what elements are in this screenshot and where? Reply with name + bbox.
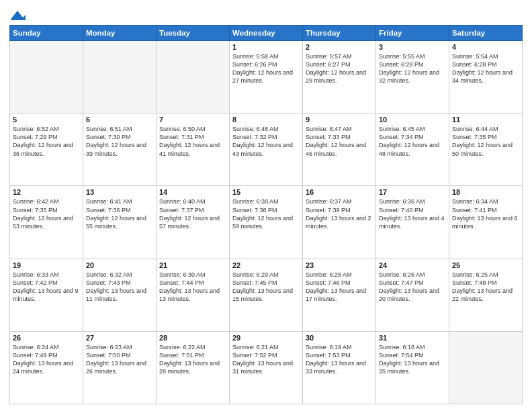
table-cell: 12Sunrise: 6:42 AM Sunset: 7:35 PM Dayli… <box>10 186 83 259</box>
table-cell: 30Sunrise: 6:19 AM Sunset: 7:53 PM Dayli… <box>303 331 376 404</box>
day-number: 8 <box>232 116 300 124</box>
day-info: Sunrise: 6:25 AM Sunset: 7:48 PM Dayligh… <box>452 271 519 304</box>
table-cell: 21Sunrise: 6:30 AM Sunset: 7:44 PM Dayli… <box>157 259 230 331</box>
col-friday: Friday <box>376 26 449 41</box>
table-cell: 14Sunrise: 6:40 AM Sunset: 7:37 PM Dayli… <box>157 186 230 259</box>
week-row-5: 26Sunrise: 6:24 AM Sunset: 7:49 PM Dayli… <box>10 331 523 404</box>
day-number: 21 <box>159 261 226 269</box>
table-cell: 24Sunrise: 6:26 AM Sunset: 7:47 PM Dayli… <box>376 259 449 331</box>
col-wednesday: Wednesday <box>230 26 303 41</box>
table-cell: 1Sunrise: 5:58 AM Sunset: 6:26 PM Daylig… <box>230 41 303 113</box>
table-cell <box>83 41 157 113</box>
day-info: Sunrise: 6:32 AM Sunset: 7:43 PM Dayligh… <box>86 271 153 304</box>
day-number: 9 <box>306 116 373 124</box>
table-cell <box>10 41 83 113</box>
day-info: Sunrise: 6:38 AM Sunset: 7:38 PM Dayligh… <box>232 197 300 230</box>
day-info: Sunrise: 6:22 AM Sunset: 7:51 PM Dayligh… <box>159 343 226 376</box>
day-number: 12 <box>13 188 80 196</box>
day-info: Sunrise: 6:37 AM Sunset: 7:39 PM Dayligh… <box>306 197 373 230</box>
day-info: Sunrise: 5:57 AM Sunset: 6:27 PM Dayligh… <box>306 52 373 85</box>
table-cell: 5Sunrise: 6:52 AM Sunset: 7:29 PM Daylig… <box>10 113 83 186</box>
day-number: 11 <box>452 116 519 124</box>
day-number: 2 <box>306 43 373 51</box>
week-row-4: 19Sunrise: 6:33 AM Sunset: 7:42 PM Dayli… <box>10 259 523 331</box>
day-number: 19 <box>13 261 80 269</box>
day-info: Sunrise: 6:24 AM Sunset: 7:49 PM Dayligh… <box>13 343 80 376</box>
day-number: 29 <box>232 334 300 342</box>
table-cell: 4Sunrise: 5:54 AM Sunset: 6:28 PM Daylig… <box>449 41 523 113</box>
table-cell: 3Sunrise: 5:55 AM Sunset: 6:28 PM Daylig… <box>376 41 449 113</box>
table-cell: 25Sunrise: 6:25 AM Sunset: 7:48 PM Dayli… <box>449 259 523 331</box>
table-cell: 13Sunrise: 6:41 AM Sunset: 7:36 PM Dayli… <box>83 186 157 259</box>
table-cell: 18Sunrise: 6:34 AM Sunset: 7:41 PM Dayli… <box>449 186 523 259</box>
header-row: Sunday Monday Tuesday Wednesday Thursday… <box>10 26 523 41</box>
day-info: Sunrise: 6:23 AM Sunset: 7:50 PM Dayligh… <box>86 343 153 376</box>
day-number: 6 <box>86 116 153 124</box>
day-number: 13 <box>86 188 153 196</box>
table-cell: 7Sunrise: 6:50 AM Sunset: 7:31 PM Daylig… <box>157 113 230 186</box>
day-info: Sunrise: 6:48 AM Sunset: 7:32 PM Dayligh… <box>232 125 300 158</box>
day-info: Sunrise: 6:42 AM Sunset: 7:35 PM Dayligh… <box>13 197 80 230</box>
day-number: 25 <box>452 261 519 269</box>
day-info: Sunrise: 6:51 AM Sunset: 7:30 PM Dayligh… <box>86 125 153 158</box>
table-cell: 2Sunrise: 5:57 AM Sunset: 6:27 PM Daylig… <box>303 41 376 113</box>
table-cell: 26Sunrise: 6:24 AM Sunset: 7:49 PM Dayli… <box>10 331 83 404</box>
col-monday: Monday <box>83 26 157 41</box>
day-info: Sunrise: 5:54 AM Sunset: 6:28 PM Dayligh… <box>452 52 519 85</box>
day-number: 26 <box>13 334 80 342</box>
day-info: Sunrise: 6:26 AM Sunset: 7:47 PM Dayligh… <box>379 271 446 304</box>
table-cell: 11Sunrise: 6:44 AM Sunset: 7:35 PM Dayli… <box>449 113 523 186</box>
day-number: 23 <box>306 261 373 269</box>
day-info: Sunrise: 6:52 AM Sunset: 7:29 PM Dayligh… <box>13 125 80 158</box>
col-saturday: Saturday <box>449 26 523 41</box>
day-number: 24 <box>379 261 446 269</box>
day-info: Sunrise: 5:55 AM Sunset: 6:28 PM Dayligh… <box>379 52 446 85</box>
day-number: 3 <box>379 43 446 51</box>
day-info: Sunrise: 6:44 AM Sunset: 7:35 PM Dayligh… <box>452 125 519 158</box>
day-info: Sunrise: 6:45 AM Sunset: 7:34 PM Dayligh… <box>379 125 446 158</box>
day-number: 17 <box>379 188 446 196</box>
table-cell: 10Sunrise: 6:45 AM Sunset: 7:34 PM Dayli… <box>376 113 449 186</box>
day-info: Sunrise: 6:19 AM Sunset: 7:53 PM Dayligh… <box>306 343 373 376</box>
svg-marker-0 <box>11 11 26 20</box>
table-cell: 19Sunrise: 6:33 AM Sunset: 7:42 PM Dayli… <box>10 259 83 331</box>
day-info: Sunrise: 6:41 AM Sunset: 7:36 PM Dayligh… <box>86 197 153 230</box>
logo-icon <box>11 8 26 20</box>
table-cell <box>157 41 230 113</box>
col-tuesday: Tuesday <box>157 26 230 41</box>
day-number: 20 <box>86 261 153 269</box>
day-info: Sunrise: 5:58 AM Sunset: 6:26 PM Dayligh… <box>232 52 300 85</box>
day-number: 1 <box>232 43 300 51</box>
day-number: 4 <box>452 43 519 51</box>
col-thursday: Thursday <box>303 26 376 41</box>
day-number: 30 <box>306 334 373 342</box>
day-info: Sunrise: 6:50 AM Sunset: 7:31 PM Dayligh… <box>159 125 226 158</box>
day-info: Sunrise: 6:18 AM Sunset: 7:54 PM Dayligh… <box>379 343 446 376</box>
table-cell: 20Sunrise: 6:32 AM Sunset: 7:43 PM Dayli… <box>83 259 157 331</box>
day-info: Sunrise: 6:29 AM Sunset: 7:45 PM Dayligh… <box>232 271 300 304</box>
day-number: 15 <box>232 188 300 196</box>
week-row-1: 1Sunrise: 5:58 AM Sunset: 6:26 PM Daylig… <box>10 41 523 113</box>
day-number: 28 <box>159 334 226 342</box>
day-number: 27 <box>86 334 153 342</box>
table-cell: 15Sunrise: 6:38 AM Sunset: 7:38 PM Dayli… <box>230 186 303 259</box>
day-info: Sunrise: 6:21 AM Sunset: 7:52 PM Dayligh… <box>232 343 300 376</box>
day-number: 22 <box>232 261 300 269</box>
table-cell: 17Sunrise: 6:36 AM Sunset: 7:40 PM Dayli… <box>376 186 449 259</box>
table-cell: 22Sunrise: 6:29 AM Sunset: 7:45 PM Dayli… <box>230 259 303 331</box>
header <box>9 7 523 21</box>
table-cell: 29Sunrise: 6:21 AM Sunset: 7:52 PM Dayli… <box>230 331 303 404</box>
table-cell: 23Sunrise: 6:28 AM Sunset: 7:46 PM Dayli… <box>303 259 376 331</box>
day-info: Sunrise: 6:36 AM Sunset: 7:40 PM Dayligh… <box>379 197 446 230</box>
day-info: Sunrise: 6:40 AM Sunset: 7:37 PM Dayligh… <box>159 197 226 230</box>
table-cell: 6Sunrise: 6:51 AM Sunset: 7:30 PM Daylig… <box>83 113 157 186</box>
table-cell: 27Sunrise: 6:23 AM Sunset: 7:50 PM Dayli… <box>83 331 157 404</box>
table-cell: 9Sunrise: 6:47 AM Sunset: 7:33 PM Daylig… <box>303 113 376 186</box>
logo-area <box>9 7 26 21</box>
day-number: 18 <box>452 188 519 196</box>
table-cell <box>449 331 523 404</box>
week-row-3: 12Sunrise: 6:42 AM Sunset: 7:35 PM Dayli… <box>10 186 523 259</box>
day-number: 31 <box>379 334 446 342</box>
day-info: Sunrise: 6:33 AM Sunset: 7:42 PM Dayligh… <box>13 271 80 304</box>
day-info: Sunrise: 6:34 AM Sunset: 7:41 PM Dayligh… <box>452 197 519 230</box>
